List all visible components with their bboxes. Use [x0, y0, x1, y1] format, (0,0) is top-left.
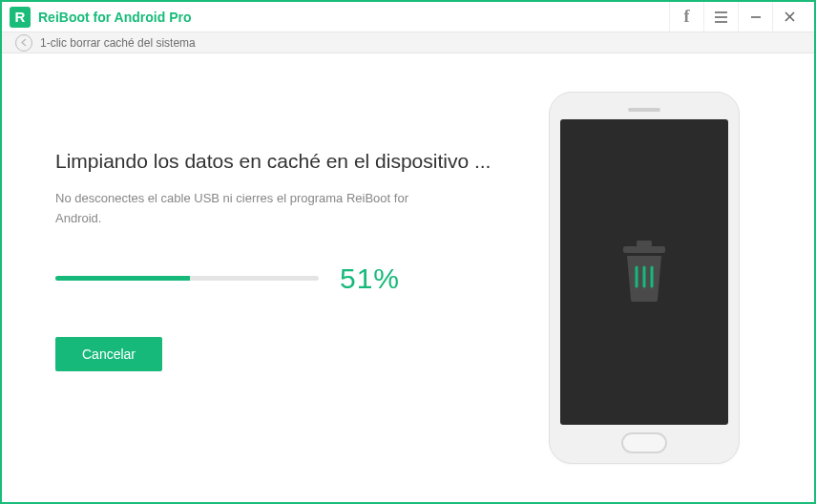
- trash-icon: [617, 239, 671, 305]
- progress-percent-label: 51%: [340, 262, 400, 295]
- left-panel: Limpiando los datos en caché en el dispo…: [55, 92, 520, 464]
- status-heading: Limpiando los datos en caché en el dispo…: [55, 147, 501, 176]
- facebook-icon[interactable]: f: [669, 2, 703, 32]
- minimize-icon[interactable]: [738, 2, 772, 32]
- breadcrumb-label: 1-clic borrar caché del sistema: [40, 36, 196, 50]
- svg-rect-6: [637, 241, 652, 246]
- status-subtext: No desconectes el cable USB ni cierres e…: [55, 189, 428, 227]
- title-bar: R ReiBoot for Android Pro f: [2, 2, 814, 32]
- app-logo-letter: R: [15, 9, 26, 25]
- close-icon[interactable]: [772, 2, 806, 32]
- window-controls: f: [669, 2, 806, 32]
- progress-fill: [55, 276, 190, 281]
- progress-bar: [55, 276, 319, 281]
- breadcrumb-bar: 1-clic borrar caché del sistema: [2, 32, 814, 53]
- progress-row: 51%: [55, 262, 501, 295]
- phone-speaker: [628, 108, 660, 112]
- app-logo: R: [10, 7, 31, 28]
- phone-mockup: [549, 92, 740, 464]
- app-title: ReiBoot for Android Pro: [38, 10, 191, 25]
- svg-rect-7: [623, 246, 665, 253]
- back-button[interactable]: [15, 34, 32, 52]
- main-content: Limpiando los datos en caché en el dispo…: [2, 53, 814, 502]
- app-window: R ReiBoot for Android Pro f: [0, 0, 816, 504]
- phone-home-button: [621, 432, 667, 453]
- cancel-button[interactable]: Cancelar: [55, 337, 162, 371]
- right-panel: [520, 92, 768, 464]
- menu-icon[interactable]: [703, 2, 738, 32]
- phone-screen: [560, 119, 728, 425]
